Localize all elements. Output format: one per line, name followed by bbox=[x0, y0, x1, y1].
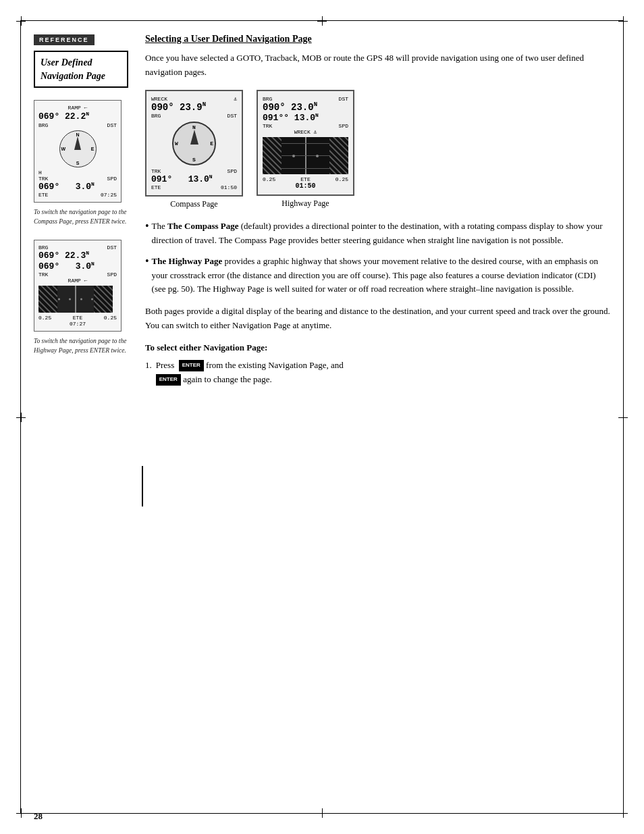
cd-anchor: ⚓ bbox=[234, 96, 237, 102]
sb-d1-line1: 069° 22.2N bbox=[38, 111, 117, 122]
sb-d1-trk: TRK bbox=[38, 176, 48, 182]
cross-bottom bbox=[317, 808, 327, 818]
page-number: 28 bbox=[34, 811, 43, 822]
sb-d1-dst: DST bbox=[107, 122, 117, 128]
hd-line2: 091°° 13.0N bbox=[263, 113, 348, 124]
intro-text: Once you have selected a GOTO, Tracback,… bbox=[145, 51, 610, 80]
bullet-content-2: The Highway Page provides a graphic high… bbox=[152, 255, 610, 296]
corner-mark-tl bbox=[16, 16, 26, 26]
highway-large-visual bbox=[263, 137, 348, 174]
cd-trk: TRK bbox=[151, 168, 161, 174]
sb-d2-dst: DST bbox=[107, 244, 117, 251]
cd-line1: 090° 23.9N bbox=[151, 102, 237, 113]
lc-arrow bbox=[190, 130, 198, 145]
step-1-content: Press ENTER from the existing Navigation… bbox=[156, 359, 344, 387]
reference-badge: REFERENCE bbox=[34, 34, 95, 45]
sb-highway-visual bbox=[38, 286, 113, 313]
hd-spd: SPD bbox=[339, 123, 348, 129]
sb-d1-ete-val: 07:25 bbox=[101, 192, 117, 198]
bullet1-the: The bbox=[152, 221, 167, 231]
select-title: To select either Navigation Page: bbox=[145, 342, 610, 353]
cross-right bbox=[618, 413, 628, 422]
devices-row: WRECK ⚓ 090° 23.9N BRG DST N S E bbox=[145, 90, 610, 210]
compass-e: E bbox=[91, 147, 95, 151]
sb-d2-ete-val: 07:27 bbox=[70, 321, 86, 327]
bullet-dot-2: • bbox=[145, 255, 149, 296]
vertical-rule bbox=[142, 466, 143, 506]
step-1-row: 1. Press ENTER from the existing Navigat… bbox=[145, 359, 610, 387]
corner-mark-br bbox=[618, 808, 628, 818]
bullet-dot-1: • bbox=[145, 219, 149, 248]
enter-badge-2: ENTER bbox=[156, 374, 181, 386]
lc-e: E bbox=[210, 140, 213, 147]
sb-d2-spd: SPD bbox=[107, 271, 117, 278]
hd-wreck: WRECK bbox=[294, 129, 311, 135]
bullet-section: • The The Compass Page (default) provide… bbox=[145, 219, 610, 296]
sb-d1-h: H bbox=[38, 170, 42, 176]
hd-dst: DST bbox=[339, 96, 348, 102]
sidebar-caption-2: To switch the navigation page to the Hig… bbox=[34, 337, 128, 355]
sb-d2-ete: ETE bbox=[73, 315, 82, 321]
bullet-content-1: The The Compass Page (default) provides … bbox=[152, 219, 610, 248]
bullet-compass: • The The Compass Page (default) provide… bbox=[145, 219, 610, 248]
main-title: Selecting a User Defined Navigation Page bbox=[145, 34, 610, 45]
large-compass: N S E W U bbox=[172, 122, 216, 165]
corner-mark-tr bbox=[618, 16, 628, 26]
sb-d1-spd: SPD bbox=[107, 176, 117, 182]
compass-page-label: Compass Page bbox=[170, 199, 217, 209]
section-title-box: User Defined Navigation Page bbox=[34, 51, 128, 88]
hatch-right-lg bbox=[329, 137, 348, 174]
lc-s: S bbox=[192, 157, 196, 163]
compass-device: WRECK ⚓ 090° 23.9N BRG DST N S E bbox=[145, 90, 243, 197]
bullet1-term: The Compass Page bbox=[167, 221, 238, 231]
hd-left: 0.25 bbox=[263, 176, 275, 182]
cross-top bbox=[317, 16, 327, 26]
enter-badge-1: ENTER bbox=[179, 360, 204, 371]
step1-press: Press bbox=[156, 360, 174, 370]
hd-trk: TRK bbox=[263, 123, 272, 129]
cd-line2: 091° 13.0N bbox=[151, 174, 237, 185]
sidebar: REFERENCE User Defined Navigation Page R… bbox=[34, 34, 138, 800]
cross-left bbox=[16, 413, 26, 422]
sb-d2-brg: BRG bbox=[38, 244, 48, 251]
compass-w: W bbox=[61, 147, 66, 151]
cd-ete-val: 01:50 bbox=[221, 184, 237, 190]
step-1-num: 1. bbox=[145, 359, 152, 373]
sb-d2-ramp: RAMP bbox=[68, 278, 81, 284]
corner-mark-bl bbox=[16, 808, 26, 818]
both-pages-text: Both pages provide a digital display of … bbox=[145, 305, 610, 333]
cd-ete: ETE bbox=[151, 184, 161, 190]
cd-brg: BRG bbox=[151, 113, 161, 119]
sidebar-device-1: RAMP ← 069° 22.2N BRG DST N S E W U H bbox=[34, 100, 122, 203]
step1-text: from the existing Navigation Page, and bbox=[206, 360, 344, 370]
sb-d1-ramp: RAMP bbox=[68, 105, 81, 111]
sidebar-caption-1: To switch the navigation page to the Com… bbox=[34, 208, 128, 226]
bullet-highway: • The Highway Page provides a graphic hi… bbox=[145, 255, 610, 296]
lc-w: W bbox=[175, 140, 178, 147]
sb-d2-line1: 069° 22.3N bbox=[38, 251, 117, 261]
sb-d2-right: 0.25 bbox=[104, 315, 117, 321]
page-content: REFERENCE User Defined Navigation Page R… bbox=[34, 34, 610, 800]
sb-d2-trk: TRK bbox=[38, 271, 48, 278]
compass-device-container: WRECK ⚓ 090° 23.9N BRG DST N S E bbox=[145, 90, 243, 210]
step1-text2: again to change the page. bbox=[183, 374, 272, 384]
highway-page-label: Highway Page bbox=[281, 199, 329, 209]
sidebar-device-2: BRG DST 069° 22.3N 069° 3.0N TRK SPD RAM… bbox=[34, 240, 122, 332]
sb-d2-line2: 069° 3.0N bbox=[38, 261, 117, 272]
sb-d1-ete: ETE bbox=[38, 192, 48, 198]
sb-d2-left: 0.25 bbox=[38, 315, 51, 321]
compass-arrow bbox=[74, 136, 81, 150]
hd-right: 0.25 bbox=[336, 176, 348, 182]
bullet2-term: The Highway Page bbox=[152, 256, 223, 266]
highway-device: BRG DST 090° 23.0N 091°° 13.0N TRK SPD W bbox=[257, 90, 354, 197]
hd-ete-val: 01:50 bbox=[263, 182, 348, 190]
hd-ete: ETE bbox=[300, 176, 310, 182]
cd-spd: SPD bbox=[227, 168, 237, 174]
hd-line1: 090° 23.0N bbox=[263, 102, 348, 113]
main-content: Selecting a User Defined Navigation Page… bbox=[138, 34, 610, 800]
sb-compass-circle: N S E W U bbox=[59, 130, 97, 167]
hatch-left-lg bbox=[263, 137, 281, 174]
sb-d1-brg: BRG bbox=[38, 122, 48, 128]
highway-device-container: BRG DST 090° 23.0N 091°° 13.0N TRK SPD W bbox=[257, 90, 354, 209]
cd-dst: DST bbox=[227, 113, 237, 119]
